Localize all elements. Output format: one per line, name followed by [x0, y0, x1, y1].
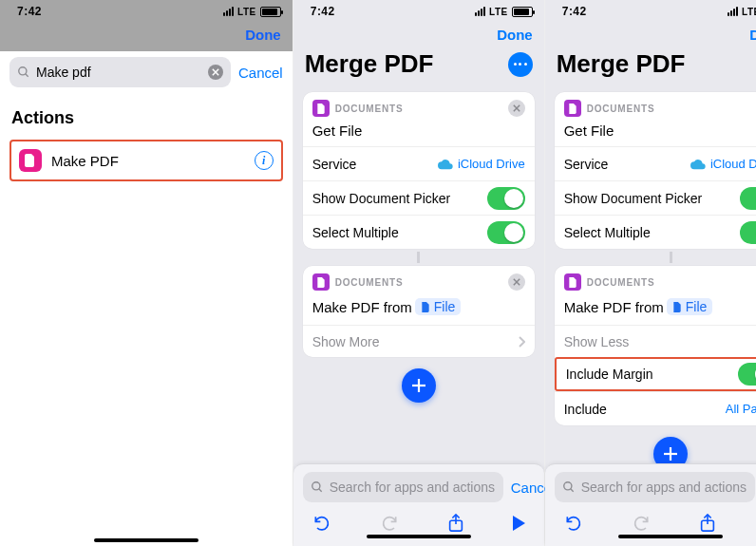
screen-1-actions-search: 7:42 LTE Done Cancel: [0, 0, 293, 546]
add-action-button[interactable]: [402, 368, 436, 403]
icloud-icon: [690, 159, 706, 170]
file-icon: [672, 302, 682, 312]
share-button[interactable]: [699, 514, 716, 533]
svg-line-11: [318, 489, 321, 492]
clear-search-button[interactable]: [208, 65, 223, 80]
file-variable-chip[interactable]: File: [667, 298, 713, 315]
x-icon: [513, 104, 520, 112]
show-less-button[interactable]: Show Less: [555, 325, 756, 357]
card-title: Make PDF from File: [555, 292, 756, 325]
svg-point-20: [563, 482, 571, 490]
search-bar: Cancel: [0, 51, 293, 95]
row-include-margin[interactable]: Include Margin: [555, 357, 756, 391]
redo-button[interactable]: [632, 514, 651, 533]
toggle-show-picker[interactable]: [487, 187, 525, 210]
search-field[interactable]: [9, 57, 231, 87]
remove-card-button[interactable]: [508, 273, 525, 291]
search-input[interactable]: [581, 480, 747, 495]
share-button[interactable]: [447, 514, 464, 533]
toggle-show-picker[interactable]: [740, 187, 756, 210]
action-result-make-pdf[interactable]: Make PDF i: [9, 140, 283, 181]
x-icon: [513, 278, 520, 286]
bottom-search-sheet: Cancel: [545, 463, 756, 546]
documents-badge-icon: [564, 273, 581, 291]
remove-card-button[interactable]: [508, 100, 525, 117]
toggle-select-multiple[interactable]: [740, 221, 756, 244]
row-show-picker[interactable]: Show Document Picker: [555, 180, 756, 215]
row-select-multiple[interactable]: Select Multiple: [303, 215, 535, 249]
undo-button[interactable]: [564, 514, 583, 533]
status-bar: 7:42 LTE: [0, 0, 293, 21]
card-title: Make PDF from File: [303, 292, 535, 325]
redo-button[interactable]: [380, 514, 399, 533]
battery-icon: [512, 7, 533, 17]
action-label: Make PDF: [51, 153, 245, 169]
actions-heading: Actions: [0, 95, 293, 136]
done-button-blurred[interactable]: Done: [245, 27, 281, 43]
row-service[interactable]: Service iCloud Drive: [555, 146, 756, 180]
row-show-picker[interactable]: Show Document Picker: [303, 180, 535, 215]
toolbar: [293, 506, 544, 535]
action-card-make-pdf: DOCUMENTS Make PDF from File Show Less: [555, 266, 756, 425]
file-variable-chip[interactable]: File: [415, 298, 462, 315]
toggle-include-margin[interactable]: [738, 363, 756, 386]
search-icon: [17, 66, 30, 79]
home-indicator[interactable]: [94, 538, 198, 542]
status-bar: 7:42 LTE: [545, 0, 756, 21]
page-title: Merge PDF: [305, 49, 434, 79]
search-field[interactable]: [303, 472, 503, 502]
undo-button[interactable]: [312, 514, 331, 533]
category-label: DOCUMENTS: [587, 104, 655, 114]
toolbar: [545, 506, 756, 535]
signal-bars-icon: [223, 7, 234, 16]
category-label: DOCUMENTS: [587, 277, 655, 288]
home-indicator[interactable]: [367, 535, 471, 538]
done-button[interactable]: Done: [497, 27, 533, 43]
search-field[interactable]: [555, 472, 755, 502]
pdf-icon: [19, 149, 42, 172]
file-icon: [421, 302, 430, 312]
status-time: 7:42: [562, 5, 587, 18]
page-title: Merge PDF: [557, 49, 686, 79]
status-bar: 7:42 LTE: [293, 0, 544, 21]
plus-icon: [663, 446, 678, 461]
home-indicator[interactable]: [618, 535, 723, 538]
done-button[interactable]: Done: [749, 27, 756, 43]
action-card-make-pdf: DOCUMENTS Make PDF from File Show More: [303, 266, 535, 357]
icloud-icon: [438, 159, 453, 170]
flow-connector: [417, 252, 420, 263]
svg-line-1: [26, 74, 28, 77]
network-label: LTE: [742, 7, 756, 17]
chevron-right-icon: [518, 336, 525, 348]
info-button[interactable]: i: [255, 151, 274, 170]
category-label: DOCUMENTS: [335, 277, 404, 288]
screen-2-merge-pdf-collapsed: 7:42 LTE Done Merge PDF DOCUMENTS: [293, 0, 545, 546]
play-icon: [513, 516, 525, 531]
bottom-search-sheet: Cancel: [293, 463, 544, 546]
more-button[interactable]: [508, 52, 533, 77]
battery-icon: [260, 7, 281, 17]
search-input[interactable]: [36, 65, 202, 80]
show-more-button[interactable]: Show More: [303, 325, 535, 357]
toggle-select-multiple[interactable]: [487, 221, 525, 244]
category-label: DOCUMENTS: [335, 104, 404, 114]
action-card-get-file: DOCUMENTS Get File Service iCloud Drive …: [555, 92, 756, 249]
cancel-button[interactable]: Cancel: [238, 65, 283, 81]
dim-backdrop: 7:42 LTE Done: [0, 0, 293, 51]
search-icon: [562, 480, 576, 494]
card-title: Get File: [303, 119, 535, 146]
row-select-multiple[interactable]: Select Multiple: [555, 215, 756, 249]
signal-bars-icon: [728, 7, 738, 16]
svg-point-10: [312, 482, 319, 490]
screen-3-merge-pdf-expanded: 7:42 LTE Done Merge PDF DOCUMENTS: [545, 0, 756, 546]
network-label: LTE: [237, 7, 256, 17]
flow-connector: [670, 252, 672, 263]
row-include[interactable]: Include All Pages: [555, 391, 756, 425]
search-icon: [311, 480, 324, 494]
search-input[interactable]: [330, 480, 496, 495]
run-button[interactable]: [513, 516, 525, 531]
action-card-get-file: DOCUMENTS Get File Service iCloud Drive …: [303, 92, 535, 249]
documents-badge-icon: [564, 100, 581, 117]
row-service[interactable]: Service iCloud Drive: [303, 146, 535, 180]
x-icon: [212, 68, 219, 76]
